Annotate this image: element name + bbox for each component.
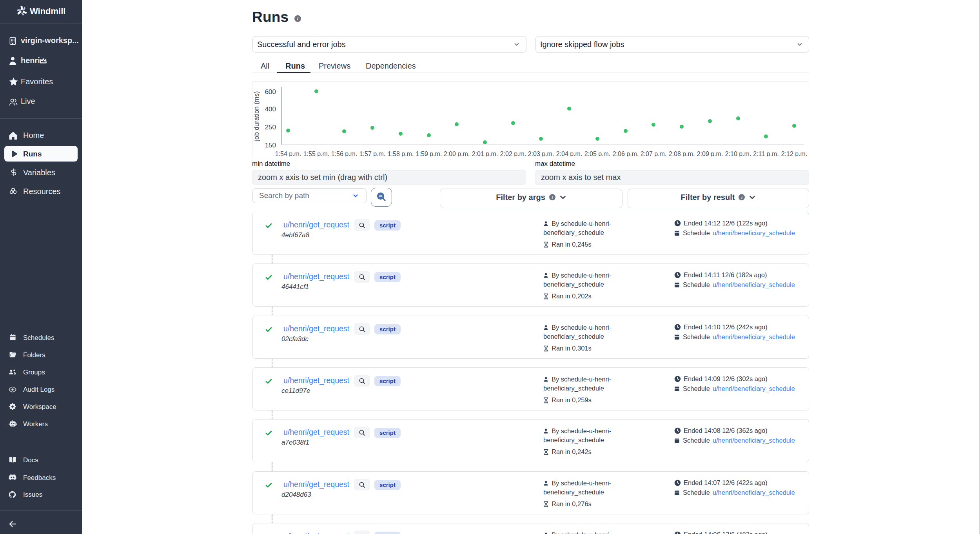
svg-text:job duration (ms): job duration (ms) (253, 91, 260, 142)
svg-text:2:09 p.m.: 2:09 p.m. (697, 151, 723, 156)
svg-text:1:55 p.m.: 1:55 p.m. (303, 151, 330, 156)
svg-text:2:11 p.m.: 2:11 p.m. (753, 151, 779, 156)
svg-text:2:06 p.m.: 2:06 p.m. (613, 151, 639, 156)
svg-text:1:54 p.m.: 1:54 p.m. (275, 151, 301, 156)
svg-text:2:05 p.m.: 2:05 p.m. (584, 151, 611, 156)
svg-text:2:12 p.m.: 2:12 p.m. (781, 151, 808, 156)
svg-text:150: 150 (265, 142, 276, 149)
svg-text:2:03 p.m.: 2:03 p.m. (528, 151, 554, 156)
svg-text:2:02 p.m.: 2:02 p.m. (500, 151, 526, 156)
svg-text:400: 400 (265, 105, 276, 113)
svg-text:250: 250 (265, 124, 276, 131)
svg-text:1:59 p.m.: 1:59 p.m. (416, 151, 442, 156)
svg-text:2:01 p.m.: 2:01 p.m. (472, 151, 498, 156)
svg-text:600: 600 (265, 88, 276, 96)
svg-text:2:07 p.m.: 2:07 p.m. (641, 151, 667, 156)
svg-text:1:58 p.m.: 1:58 p.m. (388, 151, 414, 156)
svg-text:2:08 p.m.: 2:08 p.m. (669, 151, 695, 156)
svg-text:2:04 p.m.: 2:04 p.m. (556, 151, 583, 156)
svg-text:2:00 p.m.: 2:00 p.m. (444, 151, 470, 156)
svg-text:2:10 p.m.: 2:10 p.m. (725, 151, 751, 156)
svg-text:1:57 p.m.: 1:57 p.m. (359, 151, 386, 156)
svg-text:1:56 p.m.: 1:56 p.m. (331, 151, 358, 156)
